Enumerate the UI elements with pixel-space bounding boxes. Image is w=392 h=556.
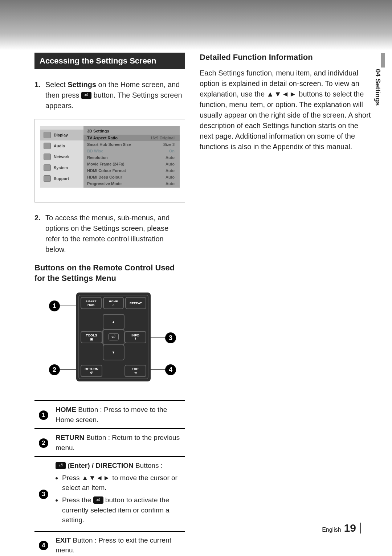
dpad-down: ▼ (103, 344, 124, 360)
sidebar-label: Audio (54, 144, 65, 148)
row-label: BD Wise (87, 149, 103, 153)
info-icon: i (135, 337, 136, 341)
audio-icon (44, 143, 51, 149)
left-column: Accessing the Settings Screen 1. Select … (34, 53, 185, 556)
repeat-button: REPEAT (125, 297, 146, 309)
table-row: 1 HOME Button : Press to move to the Hom… (34, 401, 185, 429)
label: HOME (109, 300, 118, 303)
text: buttons to select the function, menu ite… (200, 90, 371, 151)
row-value: Auto (166, 155, 175, 160)
remote-body: SMARTHUB HOME⌂ REPEAT TOOLS▣ ▲ ▼ ◄ ► (76, 293, 151, 381)
exit-icon: ⇥ (134, 371, 137, 375)
dpad-up: ▲ (103, 314, 124, 330)
text: Press the (62, 496, 93, 504)
callout-line (151, 369, 165, 370)
right-heading: Detailed Function Information (200, 53, 372, 62)
settings-main-title: 3D Settings (83, 127, 180, 135)
settings-row: TV Aspect Ratio16:9 Original (83, 135, 180, 141)
subhead-remote: Buttons on the Remote Control Used for t… (34, 263, 185, 285)
settings-row: ResolutionAuto (83, 154, 180, 161)
callout-number: 4 (39, 541, 48, 550)
smart-hub-button: SMARTHUB (81, 297, 102, 309)
side-tab: 04 Settings (374, 69, 382, 106)
list-item: Press ▲▼◄► to move the cursor or select … (62, 473, 182, 493)
return-icon: ↺ (90, 371, 93, 375)
step-number: 1. (34, 79, 45, 111)
step-body: To access the menus, sub-menus, and opti… (45, 213, 185, 255)
row-label: HDMI Colour Format (87, 168, 126, 173)
step-body: Select Settings on the Home screen, and … (45, 79, 185, 111)
info-button: INFOi (124, 331, 146, 343)
table-row: 4 EXIT Button : Press to exit the curren… (34, 531, 185, 556)
settings-row: Progressive ModeAuto (83, 180, 180, 187)
arrow-icons: ▲▼◄► (82, 474, 110, 482)
settings-row: Smart Hub Screen SizeSize 3 (83, 141, 180, 148)
row-label: HDMI Deep Colour (87, 175, 122, 179)
row-value: Auto (166, 181, 175, 186)
row-value: On (169, 149, 175, 153)
support-icon (44, 175, 51, 182)
footer-lang: English (322, 527, 341, 533)
callout-line (151, 338, 165, 338)
step-1: 1. Select Settings on the Home screen, a… (34, 79, 185, 111)
table-row: 2 RETURN Button : Return to the previous… (34, 429, 185, 457)
step-number: 2. (34, 213, 45, 255)
return-button: RETURN↺ (81, 365, 102, 377)
callout-4: 4 (165, 364, 176, 375)
row-label: Movie Frame (24Fs) (87, 162, 124, 166)
callout-number: 3 (39, 490, 48, 499)
list-item: Press the ⏎ button to activate the curre… (62, 495, 182, 525)
enter-icon: ⏎ (56, 462, 66, 469)
label: SMART (86, 300, 97, 303)
label: HUB (87, 303, 95, 307)
table-row: 3 ⏎ (Enter) / DIRECTION Buttons : Press … (34, 457, 185, 531)
text-bold: EXIT (56, 536, 71, 544)
settings-row: HDMI Deep ColourAuto (83, 174, 180, 180)
settings-row: Movie Frame (24Fs)Auto (83, 161, 180, 167)
callout-2: 2 (49, 364, 60, 375)
callout-number: 1 (39, 410, 48, 420)
text-bold: HOME (56, 406, 76, 413)
settings-main: 3D Settings TV Aspect Ratio16:9 Original… (83, 126, 180, 188)
network-icon (44, 154, 51, 160)
row-value: Size 3 (163, 142, 175, 147)
footer-divider (360, 523, 361, 533)
page: 04 Settings Accessing the Settings Scree… (0, 0, 392, 556)
steps-list-2: 2. To access the menus, sub-menus, and o… (34, 213, 185, 255)
arrow-icons: ▲▼◄► (267, 90, 297, 98)
label: EXIT (132, 367, 139, 371)
row-value: 16:9 Original (150, 136, 175, 140)
text-bold: (Enter) / DIRECTION (66, 462, 134, 469)
step-2: 2. To access the menus, sub-menus, and o… (34, 213, 185, 255)
row-value: Auto (166, 175, 175, 179)
sidebar-label: Display (54, 133, 68, 137)
sidebar-item: Audio (40, 140, 83, 151)
callout-line (60, 369, 76, 370)
sidebar-label: Support (54, 176, 69, 181)
row-label: Smart Hub Screen Size (87, 142, 131, 147)
remote-illustration: SMARTHUB HOME⌂ REPEAT TOOLS▣ ▲ ▼ ◄ ► (34, 293, 185, 391)
text: Select (45, 81, 68, 89)
system-icon (44, 164, 51, 171)
text: Buttons : (134, 462, 163, 469)
text: Press (62, 474, 82, 482)
sidebar-item: Network (40, 151, 83, 162)
tools-button: TOOLS▣ (81, 331, 102, 343)
display-icon (44, 132, 51, 138)
row-value: Auto (166, 168, 175, 173)
settings-screenshot: Display Audio Network System Support 3D … (34, 119, 185, 203)
label: INFO (131, 334, 139, 337)
sidebar-item: System (40, 162, 83, 173)
label: REPEAT (130, 302, 142, 305)
sidebar-item: Display (40, 130, 83, 140)
callout-1: 1 (49, 301, 60, 311)
remote-buttons-table: 1 HOME Button : Press to move to the Hom… (34, 400, 185, 556)
settings-sidebar: Display Audio Network System Support (40, 126, 83, 188)
text-bold: RETURN (56, 434, 84, 441)
sidebar-label: Network (54, 155, 69, 159)
exit-button: EXIT⇥ (124, 365, 146, 377)
dpad-enter: ⏎ (103, 329, 124, 345)
row-label: Progressive Mode (87, 181, 122, 186)
row-value: Auto (166, 162, 175, 166)
enter-icon: ⏎ (93, 496, 103, 504)
